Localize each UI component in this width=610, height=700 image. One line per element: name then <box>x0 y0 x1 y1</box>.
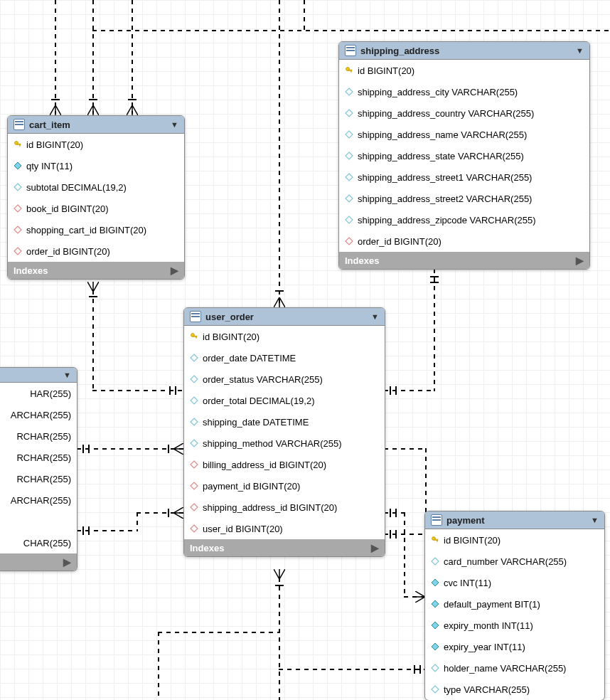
column-row[interactable]: holder_name VARCHAR(255) <box>425 657 604 679</box>
cardinality-tick-icon <box>390 386 391 395</box>
column-row[interactable]: id BIGINT(20) <box>425 529 604 551</box>
table-shipping-address[interactable]: shipping_address ▼ id BIGINT(20)shipping… <box>338 41 590 270</box>
column-row[interactable]: order_id BIGINT(20) <box>339 230 589 252</box>
column-definition: card_number VARCHAR(255) <box>444 556 567 567</box>
column-row[interactable]: shipping_address_state VARCHAR(255) <box>339 145 589 166</box>
column-row[interactable]: RCHAR(255) <box>0 425 77 447</box>
primary-key-icon <box>14 140 22 149</box>
column-row[interactable]: billing_address_id BIGINT(20) <box>184 454 385 475</box>
column-row[interactable]: CHAR(255) <box>0 532 77 553</box>
cardinality-tick-icon <box>51 99 60 100</box>
diamond-fk-icon <box>14 247 22 255</box>
column-row[interactable]: id BIGINT(20) <box>339 60 589 81</box>
column-row[interactable]: shipping_address_street2 VARCHAR(255) <box>339 188 589 209</box>
expand-arrow-icon[interactable]: ▶ <box>171 265 178 276</box>
diamond-open-icon <box>190 375 198 383</box>
column-row[interactable]: HAR(255) <box>0 383 77 404</box>
column-definition: cvc INT(11) <box>444 578 491 588</box>
column-definition: RCHAR(255) <box>16 431 71 442</box>
column-row[interactable]: expiry_month INT(11) <box>425 615 604 636</box>
connector-line <box>92 290 94 390</box>
collapse-arrow-icon[interactable]: ▼ <box>171 120 178 129</box>
column-row[interactable]: default_payment BIT(1) <box>425 593 604 615</box>
column-row[interactable]: cvc INT(11) <box>425 572 604 593</box>
diamond-open-icon <box>431 685 439 694</box>
column-definition: book_id BIGINT(20) <box>26 203 109 214</box>
table-cart-item[interactable]: cart_item ▼ id BIGINT(20)qty INT(11)subt… <box>7 115 185 280</box>
indexes-section[interactable]: ▶ <box>0 553 77 571</box>
cardinality-tick-icon <box>168 509 169 517</box>
indexes-section[interactable]: Indexes ▶ <box>339 252 589 269</box>
svg-rect-2 <box>20 144 21 146</box>
diamond-filled-icon <box>14 161 22 170</box>
expand-arrow-icon[interactable]: ▶ <box>576 255 584 266</box>
column-definition: subtotal DECIMAL(19,2) <box>26 182 127 193</box>
column-row[interactable]: ARCHAR(255) <box>0 404 77 425</box>
column-definition: user_id BIGINT(20) <box>203 524 283 534</box>
diamond-open-icon <box>345 152 353 160</box>
indexes-section[interactable]: Indexes ▶ <box>8 262 184 279</box>
table-header[interactable]: payment ▼ <box>425 511 604 529</box>
column-row[interactable]: type VARCHAR(255) <box>425 679 604 700</box>
table-header[interactable]: user_order ▼ <box>184 308 385 326</box>
expand-arrow-icon[interactable]: ▶ <box>63 556 71 568</box>
column-definition: shipping_address_state VARCHAR(255) <box>358 151 524 161</box>
collapse-arrow-icon[interactable]: ▼ <box>576 46 584 55</box>
cardinality-tick-icon <box>419 665 421 674</box>
column-row[interactable]: shopping_cart_id BIGINT(20) <box>8 219 184 240</box>
column-row[interactable]: payment_id BIGINT(20) <box>184 475 385 497</box>
erd-canvas[interactable]: cart_item ▼ id BIGINT(20)qty INT(11)subt… <box>0 0 610 700</box>
column-row[interactable]: shipping_method VARCHAR(255) <box>184 433 385 454</box>
column-row[interactable]: shipping_address_name VARCHAR(255) <box>339 124 589 145</box>
diamond-filled-icon <box>431 642 439 651</box>
cardinality-tick-icon <box>168 445 169 453</box>
column-row[interactable]: expiry_year INT(11) <box>425 636 604 657</box>
column-row[interactable] <box>0 511 77 532</box>
indexes-section[interactable]: Indexes ▶ <box>184 539 385 556</box>
table-header[interactable]: cart_item ▼ <box>8 116 184 134</box>
table-icon <box>14 119 25 130</box>
column-definition: id BIGINT(20) <box>203 332 259 342</box>
diamond-open-icon <box>14 183 22 191</box>
column-row[interactable]: shipping_address_id BIGINT(20) <box>184 497 385 518</box>
column-row[interactable]: id BIGINT(20) <box>184 326 385 347</box>
column-row[interactable]: user_id BIGINT(20) <box>184 518 385 539</box>
column-row[interactable]: shipping_address_country VARCHAR(255) <box>339 102 589 124</box>
column-row[interactable]: RCHAR(255) <box>0 447 77 468</box>
column-row[interactable]: shipping_address_zipcode VARCHAR(255) <box>339 209 589 230</box>
column-row[interactable]: card_number VARCHAR(255) <box>425 551 604 572</box>
table-partial-left[interactable]: ▼ HAR(255)ARCHAR(255)RCHAR(255)RCHAR(255… <box>0 367 77 571</box>
collapse-arrow-icon[interactable]: ▼ <box>63 371 71 379</box>
column-row[interactable]: order_total DECIMAL(19,2) <box>184 390 385 411</box>
column-row[interactable]: qty INT(11) <box>8 155 184 176</box>
diamond-open-icon <box>190 439 198 447</box>
crows-foot-icon <box>274 297 285 307</box>
column-row[interactable]: ARCHAR(255) <box>0 489 77 511</box>
column-row[interactable]: shipping_address_city VARCHAR(255) <box>339 81 589 102</box>
column-row[interactable]: order_status VARCHAR(255) <box>184 368 385 390</box>
column-row[interactable]: order_date DATETIME <box>184 347 385 368</box>
table-header[interactable]: shipping_address ▼ <box>339 42 589 60</box>
table-user-order[interactable]: user_order ▼ id BIGINT(20)order_date DAT… <box>183 307 385 557</box>
diamond-filled-icon <box>431 621 439 630</box>
column-row[interactable]: shipping_date DATETIME <box>184 411 385 433</box>
collapse-arrow-icon[interactable]: ▼ <box>591 516 599 524</box>
collapse-arrow-icon[interactable]: ▼ <box>371 312 379 321</box>
indexes-label: Indexes <box>190 543 224 553</box>
column-definition: shipping_date DATETIME <box>203 417 309 428</box>
diamond-fk-icon <box>190 460 198 469</box>
column-row[interactable]: book_id BIGINT(20) <box>8 198 184 219</box>
column-row[interactable]: RCHAR(255) <box>0 468 77 489</box>
svg-rect-8 <box>196 336 197 338</box>
crows-foot-icon <box>87 105 99 115</box>
column-row[interactable]: id BIGINT(20) <box>8 134 184 155</box>
table-payment[interactable]: payment ▼ id BIGINT(20)card_number VARCH… <box>424 511 605 700</box>
column-row[interactable]: shipping_address_street1 VARCHAR(255) <box>339 166 589 188</box>
column-definition: order_total DECIMAL(19,2) <box>203 396 315 406</box>
column-row[interactable]: order_id BIGINT(20) <box>8 240 184 262</box>
table-columns: id BIGINT(20)order_date DATETIMEorder_st… <box>184 326 385 539</box>
cardinality-tick-icon <box>395 386 397 395</box>
table-header[interactable]: ▼ <box>0 368 77 383</box>
expand-arrow-icon[interactable]: ▶ <box>371 542 379 553</box>
column-row[interactable]: subtotal DECIMAL(19,2) <box>8 176 184 198</box>
